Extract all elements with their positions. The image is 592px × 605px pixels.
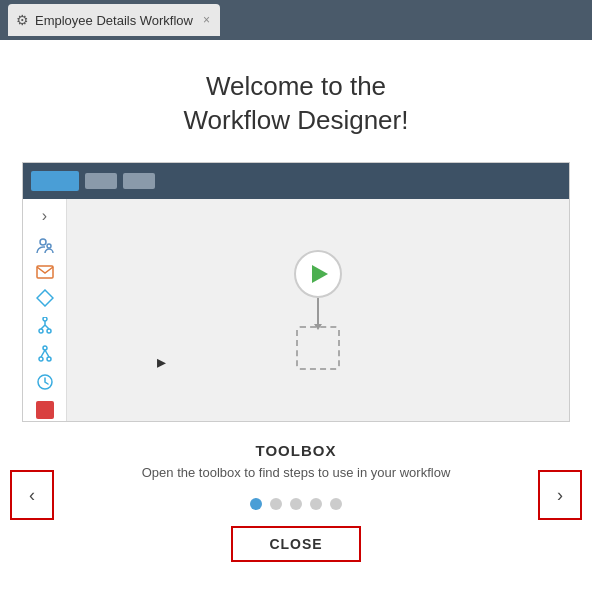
cursor-icon: ▸ — [157, 351, 166, 373]
designer-body: › — [23, 199, 569, 421]
sidebar-branch-icon[interactable] — [34, 345, 56, 363]
topbar-gray-block-1 — [85, 173, 117, 189]
dot-5[interactable] — [330, 498, 342, 510]
designer-preview: › — [22, 162, 570, 422]
designer-sidebar: › — [23, 199, 67, 421]
tab-workflow-icon: ⚙ — [16, 12, 29, 28]
prev-nav-button[interactable]: ‹ — [10, 470, 54, 520]
svg-point-7 — [39, 357, 43, 361]
sidebar-people-icon[interactable] — [34, 237, 56, 255]
workflow-tab[interactable]: ⚙ Employee Details Workflow × — [8, 4, 220, 36]
svg-point-8 — [47, 357, 51, 361]
dot-1[interactable] — [250, 498, 262, 510]
topbar-gray-block-2 — [123, 173, 155, 189]
close-button[interactable]: CLOSE — [231, 526, 360, 562]
designer-top-bar — [23, 163, 569, 199]
svg-rect-2 — [37, 266, 53, 278]
welcome-title: Welcome to the Workflow Designer! — [184, 70, 409, 138]
sidebar-fork-icon[interactable] — [34, 317, 56, 335]
close-button-wrapper: CLOSE — [231, 526, 360, 562]
toolbox-section: TOOLBOX Open the toolbox to find steps t… — [142, 442, 451, 480]
sidebar-expand-arrow[interactable]: › — [40, 205, 49, 227]
sidebar-mail-icon[interactable] — [34, 265, 56, 279]
svg-point-5 — [47, 329, 51, 333]
toolbox-label: TOOLBOX — [142, 442, 451, 459]
start-node — [294, 250, 342, 298]
dot-3[interactable] — [290, 498, 302, 510]
svg-point-1 — [47, 244, 51, 248]
nav-dots — [250, 498, 342, 510]
workflow-diagram — [294, 250, 342, 370]
toolbox-description: Open the toolbox to find steps to use in… — [142, 465, 451, 480]
topbar-blue-block — [31, 171, 79, 191]
sidebar-red-square-icon[interactable] — [34, 401, 56, 419]
dot-4[interactable] — [310, 498, 322, 510]
svg-point-0 — [40, 239, 46, 245]
svg-point-3 — [43, 317, 47, 321]
tab-close-button[interactable]: × — [203, 13, 210, 27]
tab-title: Employee Details Workflow — [35, 13, 193, 28]
drop-node — [296, 326, 340, 370]
dot-2[interactable] — [270, 498, 282, 510]
play-triangle-icon — [312, 265, 328, 283]
tab-bar: ⚙ Employee Details Workflow × — [0, 0, 592, 40]
next-nav-button[interactable]: › — [538, 470, 582, 520]
svg-point-4 — [39, 329, 43, 333]
connector-line — [317, 298, 319, 326]
sidebar-diamond-icon[interactable] — [34, 289, 56, 307]
designer-canvas: ▸ — [67, 199, 569, 421]
sidebar-clock-icon[interactable] — [34, 373, 56, 391]
main-content: Welcome to the Workflow Designer! › — [0, 40, 592, 605]
